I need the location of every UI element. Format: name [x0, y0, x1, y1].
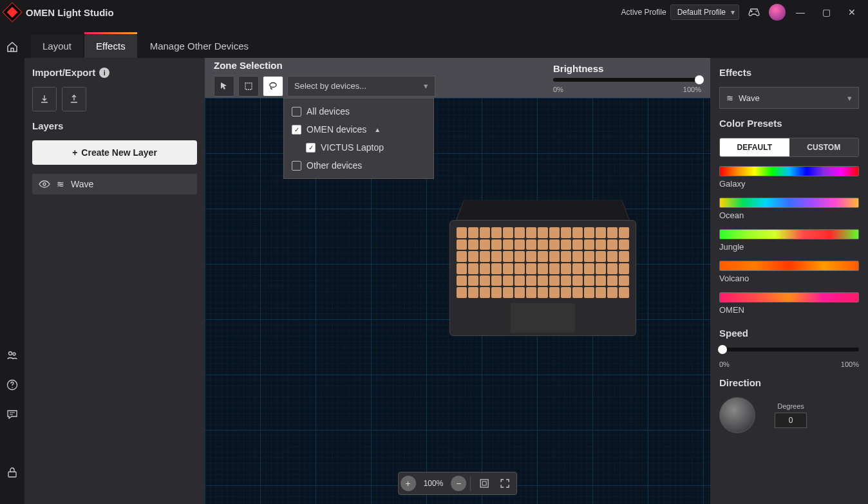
checkbox-checked-icon: ✓: [292, 125, 301, 135]
export-button[interactable]: [62, 87, 86, 111]
tab-manage-devices[interactable]: Manage Other Devices: [138, 34, 260, 58]
brightness-slider[interactable]: [553, 78, 701, 82]
dd-other-devices[interactable]: Other devices: [284, 156, 433, 174]
svg-rect-7: [245, 83, 252, 89]
left-panel: Import/Export i Layers +Create New Layer…: [24, 58, 205, 504]
pointer-tool-button[interactable]: [214, 76, 234, 97]
dd-omen-devices[interactable]: ✓OMEN devices▲: [284, 120, 433, 138]
layers-title: Layers: [32, 120, 197, 131]
close-button[interactable]: ✕: [841, 1, 863, 23]
avatar-icon[interactable]: [769, 4, 786, 21]
zoom-value: 100%: [417, 479, 450, 488]
gamepad-icon[interactable]: [743, 1, 765, 23]
svg-point-2: [13, 353, 15, 355]
color-presets-title: Color Presets: [719, 118, 859, 129]
layer-item[interactable]: ≋ Wave: [32, 174, 197, 194]
zone-selection-label: Zone Selection: [214, 60, 435, 71]
info-icon[interactable]: i: [99, 68, 109, 78]
tab-bar: Layout Effects Manage Other Devices: [24, 28, 868, 58]
device-preview-laptop[interactable]: [449, 182, 636, 336]
maximize-button[interactable]: ▢: [815, 1, 837, 23]
effect-type-dropdown[interactable]: ≋Wave: [719, 87, 859, 109]
icon-rail: [0, 24, 24, 504]
wave-effect-icon: ≋: [726, 93, 733, 103]
layer-name: Wave: [71, 179, 93, 189]
zoom-out-button[interactable]: −: [451, 476, 466, 491]
users-icon[interactable]: [5, 348, 19, 362]
create-layer-button[interactable]: +Create New Layer: [32, 140, 197, 165]
preset-omen[interactable]: OMEN: [719, 292, 859, 315]
dd-all-devices[interactable]: All devices: [284, 102, 433, 120]
right-panel: Effects ≋Wave Color Presets DEFAULT CUST…: [710, 58, 868, 504]
svg-point-6: [43, 183, 46, 185]
preset-galaxy[interactable]: Galaxy: [719, 166, 859, 189]
brightness-label: Brightness: [553, 63, 701, 74]
effects-title: Effects: [719, 67, 859, 78]
preset-tab-custom[interactable]: CUSTOM: [789, 138, 859, 156]
dd-victus-laptop[interactable]: ✓VICTUS Laptop: [284, 138, 433, 156]
preset-tab-default[interactable]: DEFAULT: [720, 138, 789, 156]
titlebar: OMEN Light Studio Active Profile Default…: [0, 0, 868, 24]
preset-volcano[interactable]: Volcano: [719, 261, 859, 283]
degrees-input[interactable]: 0: [775, 413, 807, 428]
zoom-toolbar: + 100% −: [398, 472, 518, 495]
app-title: OMEN Light Studio: [26, 7, 114, 18]
checkbox-checked-icon: ✓: [306, 143, 316, 153]
plus-icon: +: [72, 147, 77, 158]
profile-dropdown[interactable]: Default Profile: [670, 5, 739, 20]
device-dropdown-menu: All devices ✓OMEN devices▲ ✓VICTUS Lapto…: [283, 98, 434, 179]
speed-slider[interactable]: [719, 348, 859, 351]
select-by-devices-dropdown[interactable]: Select by devices...: [287, 76, 435, 97]
svg-point-1: [9, 352, 12, 355]
svg-rect-5: [8, 472, 16, 477]
speed-label: Speed: [719, 328, 859, 339]
home-icon[interactable]: [5, 40, 19, 54]
preset-ocean[interactable]: Ocean: [719, 198, 859, 220]
tab-layout[interactable]: Layout: [31, 34, 83, 58]
fit-screen-button[interactable]: [475, 474, 494, 492]
active-profile-label: Active Profile: [621, 8, 666, 17]
tab-effects[interactable]: Effects: [84, 34, 137, 58]
preset-jungle[interactable]: Jungle: [719, 229, 859, 252]
checkbox-icon: [292, 107, 301, 117]
marquee-tool-button[interactable]: [238, 76, 259, 97]
direction-label: Direction: [719, 377, 859, 388]
preset-tabs: DEFAULT CUSTOM: [719, 138, 859, 157]
canvas-panel: Zone Selection Select by devices... Brig…: [205, 58, 710, 504]
omen-logo-icon: [2, 2, 22, 22]
feedback-icon[interactable]: [5, 407, 19, 422]
fullscreen-button[interactable]: [495, 474, 514, 492]
wave-effect-icon: ≋: [57, 179, 64, 189]
svg-point-8: [270, 82, 276, 87]
minimize-button[interactable]: —: [789, 1, 811, 23]
lasso-tool-button[interactable]: [263, 76, 283, 97]
collapse-icon: ▲: [374, 126, 381, 133]
svg-rect-10: [482, 481, 486, 485]
svg-point-0: [756, 11, 757, 12]
zoom-in-button[interactable]: +: [401, 476, 416, 491]
canvas-grid[interactable]: All devices ✓OMEN devices▲ ✓VICTUS Lapto…: [205, 98, 710, 504]
import-button[interactable]: [32, 87, 57, 111]
svg-rect-9: [480, 480, 488, 487]
lock-icon[interactable]: [5, 465, 19, 480]
svg-point-4: [12, 387, 13, 388]
checkbox-icon: [292, 161, 301, 171]
help-icon[interactable]: [5, 378, 19, 392]
direction-dial[interactable]: [719, 397, 755, 433]
import-export-title: Import/Export i: [32, 67, 197, 78]
visibility-icon[interactable]: [39, 180, 50, 188]
degrees-label: Degrees: [777, 402, 804, 410]
